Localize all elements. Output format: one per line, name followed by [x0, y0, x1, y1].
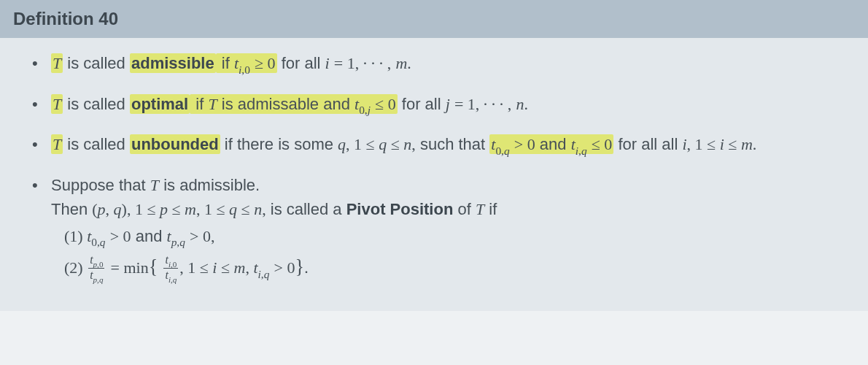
item-optimal: T is called optimal if T is admissable a…: [29, 92, 848, 118]
text: is called: [63, 135, 130, 153]
pivot-cond-2: (2) tp,0 tp,q = min{ ti,0 ti,q , 1 ≤ i ≤…: [51, 253, 848, 283]
text: for all: [277, 54, 325, 72]
term-admissible: admissible: [130, 53, 216, 73]
item-pivot: Suppose that T is admissible. Then (p, q…: [29, 173, 848, 284]
text: if: [217, 54, 234, 72]
text: such that: [420, 135, 489, 153]
term-unbounded: unbounded: [130, 134, 220, 154]
text: if there is some: [220, 135, 338, 153]
definition-header: Definition 40: [0, 0, 868, 38]
text: for all: [618, 135, 662, 153]
term-optimal: optimal: [130, 94, 190, 114]
definition-box: Definition 40 T is called admissible if …: [0, 0, 868, 311]
text: is called: [63, 54, 130, 72]
pivot-cond-1: (1) t0,q > 0 and tp,q > 0,: [51, 224, 848, 250]
var-T: T: [53, 54, 61, 72]
term-pivot: Pivot Position: [346, 200, 454, 218]
text: is called: [63, 95, 130, 113]
var-T: T: [53, 135, 61, 153]
var-T: T: [53, 95, 61, 113]
definition-body: T is called admissible if ti,0 ≥ 0 for a…: [0, 38, 868, 311]
text: for all: [398, 95, 446, 113]
item-admissible: T is called admissible if ti,0 ≥ 0 for a…: [29, 51, 848, 77]
item-unbounded: T is called unbounded if there is some q…: [29, 132, 848, 158]
definition-items: T is called admissible if ti,0 ≥ 0 for a…: [29, 51, 848, 283]
